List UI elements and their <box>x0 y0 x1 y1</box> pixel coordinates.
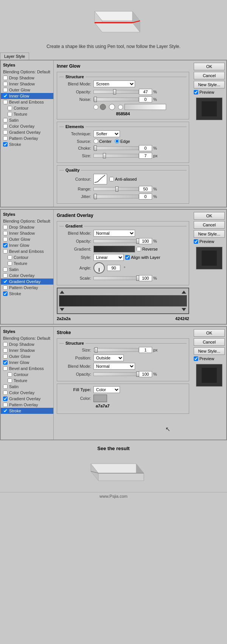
sidebar3-item-outer-glow[interactable]: Outer Glow <box>1 353 53 359</box>
align-with-layer-check[interactable] <box>125 255 130 260</box>
p3-opacity-slider[interactable] <box>93 372 139 376</box>
color-swatch-white[interactable] <box>109 104 115 110</box>
sidebar2-item-texture[interactable]: Texture <box>1 260 53 266</box>
gradient-editor-bar[interactable] <box>59 295 187 307</box>
ok-button-2[interactable]: OK <box>194 212 225 220</box>
cancel-button-3[interactable]: Cancel <box>194 338 225 346</box>
ok-button-1[interactable]: OK <box>194 63 225 70</box>
choke-value[interactable] <box>139 145 152 151</box>
preview-checkbox-1[interactable] <box>194 90 198 94</box>
p2-gradient-overlay-check[interactable] <box>3 279 8 284</box>
pattern-overlay-check[interactable] <box>3 136 8 141</box>
layer-style-tab[interactable]: Layer Style <box>0 53 29 60</box>
jitter-value[interactable] <box>139 194 152 200</box>
size-slider[interactable] <box>93 154 139 158</box>
sidebar-item-contour[interactable]: Contour <box>1 105 53 111</box>
sidebar2-item-satin[interactable]: Satin <box>1 266 53 272</box>
p2-style-select[interactable]: Linear <box>93 254 124 261</box>
cancel-button-1[interactable]: Cancel <box>194 72 225 79</box>
gradient-stop-top-left[interactable] <box>60 291 64 294</box>
p2-stroke-check[interactable] <box>3 291 8 296</box>
p2-scale-value[interactable] <box>139 275 152 281</box>
gradient-stop-top-right[interactable] <box>182 291 186 294</box>
range-slider[interactable] <box>93 187 139 191</box>
gradient-stop-bottom-left[interactable] <box>60 308 64 311</box>
sidebar-item-bevel-emboss[interactable]: Bevel and Emboss <box>1 99 53 105</box>
sidebar3-item-pattern[interactable]: Pattern Overlay <box>1 402 53 408</box>
inner-shadow-check[interactable] <box>3 82 8 86</box>
new-style-button-3[interactable]: New Style... <box>194 347 225 355</box>
satin-check[interactable] <box>3 118 8 122</box>
gradient-swatch[interactable] <box>124 104 166 110</box>
bevel-emboss-check[interactable] <box>3 100 8 104</box>
p2-scale-slider[interactable] <box>93 276 139 280</box>
color-swatch-dark[interactable] <box>100 104 106 110</box>
p2-texture-check[interactable] <box>8 261 12 266</box>
p3-color-swatch[interactable] <box>93 395 107 402</box>
p3-size-value[interactable] <box>139 347 152 353</box>
p3-texture-check[interactable] <box>8 378 12 383</box>
noise-value[interactable] <box>139 96 152 102</box>
sidebar2-item-drop-shadow[interactable]: Drop Shadow <box>1 224 53 230</box>
inner-glow-check[interactable] <box>3 94 8 98</box>
new-style-button-2[interactable]: New Style... <box>194 230 225 238</box>
noise-slider[interactable] <box>93 98 139 101</box>
sidebar3-item-contour[interactable]: Contour <box>1 372 53 378</box>
sidebar3-item-gradient-overlay[interactable]: Gradient Overlay <box>1 396 53 402</box>
sidebar2-item-bevel[interactable]: Bevel and Emboss <box>1 248 53 254</box>
sidebar2-item-blending[interactable]: Blending Options: Default <box>1 218 53 224</box>
gradient-stop-bottom-right[interactable] <box>182 308 186 311</box>
p2-inner-shadow-check[interactable] <box>3 231 8 235</box>
p2-blend-select[interactable]: Normal <box>93 230 135 237</box>
p3-gradient-overlay-check[interactable] <box>3 396 8 401</box>
color-radio[interactable] <box>93 105 98 110</box>
p2-opacity-slider[interactable] <box>93 239 139 243</box>
p3-size-slider[interactable] <box>93 348 139 352</box>
p2-color-overlay-check[interactable] <box>3 273 8 278</box>
gradient-radio[interactable] <box>118 105 123 110</box>
p2-pattern-check[interactable] <box>3 285 8 290</box>
sidebar3-item-blending[interactable]: Blending Options: Default <box>1 335 53 341</box>
outer-glow-check[interactable] <box>3 88 8 92</box>
sidebar-item-outer-glow[interactable]: Outer Glow <box>1 87 53 93</box>
sidebar2-item-color-overlay[interactable]: Color Overlay <box>1 272 53 279</box>
preview-checkbox-2[interactable] <box>194 239 198 244</box>
choke-slider[interactable] <box>93 146 139 150</box>
p3-inner-glow-check[interactable] <box>3 360 8 365</box>
source-edge-radio[interactable] <box>115 139 120 144</box>
opacity-slider[interactable] <box>93 90 139 94</box>
preview-checkbox-3[interactable] <box>194 356 198 361</box>
sidebar3-item-bevel[interactable]: Bevel and Emboss <box>1 365 53 372</box>
sidebar-item-satin[interactable]: Satin <box>1 117 53 123</box>
sidebar3-item-inner-glow[interactable]: Inner Glow <box>1 359 53 365</box>
p3-outer-glow-check[interactable] <box>3 354 8 359</box>
p3-satin-check[interactable] <box>3 384 8 389</box>
sidebar3-item-satin[interactable]: Satin <box>1 384 53 390</box>
contour-check[interactable] <box>8 106 12 110</box>
sidebar2-item-inner-shadow[interactable]: Inner Shadow <box>1 230 53 236</box>
sidebar-item-color-overlay[interactable]: Color Overlay <box>1 123 53 129</box>
sidebar-item-stroke[interactable]: Stroke <box>1 141 53 147</box>
p2-bevel-check[interactable] <box>3 249 8 254</box>
sidebar3-item-inner-shadow[interactable]: Inner Shadow <box>1 347 53 353</box>
p3-pattern-check[interactable] <box>3 402 8 407</box>
new-style-button-1[interactable]: New Style... <box>194 81 225 88</box>
p2-opacity-value[interactable] <box>139 238 152 244</box>
p3-color-overlay-check[interactable] <box>3 390 8 395</box>
sidebar2-item-inner-glow[interactable]: Inner Glow <box>1 242 53 248</box>
jitter-slider[interactable] <box>93 195 139 198</box>
angle-value[interactable] <box>107 265 120 271</box>
angle-dial[interactable] <box>93 262 105 274</box>
sidebar-item-pattern-overlay[interactable]: Pattern Overlay <box>1 135 53 141</box>
size-value[interactable] <box>139 153 152 159</box>
sidebar-item-drop-shadow[interactable]: Drop Shadow <box>1 75 53 81</box>
sidebar2-item-outer-glow[interactable]: Outer Glow <box>1 236 53 242</box>
texture-check[interactable] <box>8 112 12 116</box>
sidebar3-item-color-overlay[interactable]: Color Overlay <box>1 390 53 396</box>
sidebar3-item-drop-shadow[interactable]: Drop Shadow <box>1 341 53 347</box>
blend-mode-select[interactable]: Screen <box>93 80 135 87</box>
sidebar3-item-stroke[interactable]: Stroke <box>1 408 53 414</box>
p2-satin-check[interactable] <box>3 267 8 272</box>
sidebar2-item-gradient-overlay[interactable]: Gradient Overlay <box>1 279 53 285</box>
cancel-button-2[interactable]: Cancel <box>194 221 225 229</box>
